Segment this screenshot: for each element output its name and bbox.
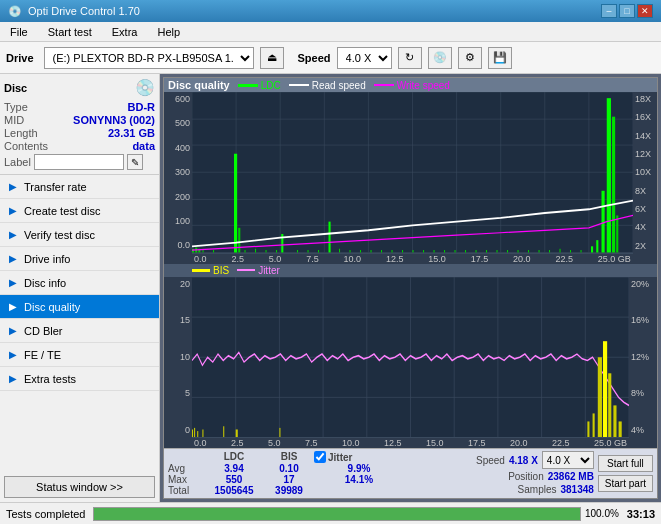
sidebar-item-verify-test-disc[interactable]: ▶ Verify test disc <box>0 223 159 247</box>
ldc-y-axis-left: 600 500 400 300 200 100 0.0 <box>164 92 192 253</box>
status-window-button[interactable]: Status window >> <box>4 476 155 498</box>
speed-select[interactable]: 4.0 X <box>542 451 594 469</box>
sidebar-item-disc-quality[interactable]: ▶ Disc quality <box>0 295 159 319</box>
bis-legend-header: BIS Jitter <box>164 264 657 277</box>
svg-rect-37 <box>360 250 361 252</box>
drive-info-icon: ▶ <box>6 252 20 266</box>
label-input[interactable] <box>34 154 124 170</box>
minimize-button[interactable]: – <box>601 4 617 18</box>
bis-y-axis-right: 20% 16% 12% 8% 4% <box>629 277 657 438</box>
drive-select[interactable]: (E:) PLEXTOR BD-R PX-LB950SA 1.06 <box>44 47 254 69</box>
write-speed-legend-label: Write speed <box>397 80 450 91</box>
svg-rect-90 <box>608 373 611 437</box>
total-bis: 39989 <box>264 485 314 496</box>
menu-file[interactable]: File <box>4 24 34 40</box>
disc-header: Disc 💿 <box>4 78 155 98</box>
sidebar-item-transfer-rate[interactable]: ▶ Transfer rate <box>0 175 159 199</box>
jitter-checkbox-row: Jitter <box>314 451 404 463</box>
svg-rect-23 <box>238 228 240 253</box>
ldc-chart-svg <box>192 92 633 253</box>
close-button[interactable]: ✕ <box>637 4 653 18</box>
max-bis: 17 <box>264 474 314 485</box>
bis-chart-section: 20 15 10 5 0 <box>164 277 657 438</box>
disc-button[interactable]: 💿 <box>428 47 452 69</box>
svg-rect-53 <box>528 250 529 252</box>
speed-row: Speed 4.18 X 4.0 X <box>476 451 594 469</box>
svg-rect-63 <box>596 240 598 252</box>
svg-rect-60 <box>612 117 615 253</box>
disc-section: Disc 💿 Type BD-R MID SONYNN3 (002) Lengt… <box>0 74 159 175</box>
settings-button[interactable]: ⚙ <box>458 47 482 69</box>
svg-rect-28 <box>245 250 246 252</box>
svg-rect-39 <box>381 250 382 252</box>
menu-start-test[interactable]: Start test <box>42 24 98 40</box>
bis-legend-item: BIS <box>192 265 229 276</box>
svg-rect-44 <box>434 250 435 252</box>
sidebar-item-label: Drive info <box>24 253 70 265</box>
ldc-chart-section: 600 500 400 300 200 100 0.0 <box>164 92 657 253</box>
samples-row: Samples 381348 <box>518 484 594 495</box>
sidebar-item-create-test-disc[interactable]: ▶ Create test disc <box>0 199 159 223</box>
total-label: Total <box>168 485 204 496</box>
speed-select[interactable]: 4.0 X 8.0 X <box>337 47 392 69</box>
status-time: 33:13 <box>627 508 655 520</box>
svg-rect-58 <box>581 250 582 252</box>
svg-rect-49 <box>486 250 487 252</box>
disc-contents-field: Contents data <box>4 140 155 152</box>
title-bar-controls: – □ ✕ <box>601 4 653 18</box>
bis-y-axis-left: 20 15 10 5 0 <box>164 277 192 438</box>
title-bar-title: 💿 Opti Drive Control 1.70 <box>8 5 140 18</box>
label-edit-button[interactable]: ✎ <box>127 154 143 170</box>
disc-mid-field: MID SONYNN3 (002) <box>4 114 155 126</box>
sidebar-item-disc-info[interactable]: ▶ Disc info <box>0 271 159 295</box>
jitter-checkbox[interactable] <box>314 451 326 463</box>
sidebar-item-label: Transfer rate <box>24 181 87 193</box>
sidebar-item-label: Extra tests <box>24 373 76 385</box>
menu-extra[interactable]: Extra <box>106 24 144 40</box>
dq-legend: LDC Read speed Write speed <box>238 80 450 91</box>
disc-info-icon: ▶ <box>6 276 20 290</box>
svg-rect-86 <box>236 429 238 437</box>
transfer-rate-icon: ▶ <box>6 180 20 194</box>
ldc-x-axis: 0.02.55.07.510.012.515.017.520.022.525.0… <box>192 253 633 264</box>
start-buttons: Start full Start part <box>598 451 653 496</box>
eject-button[interactable]: ⏏ <box>260 47 284 69</box>
stats-empty <box>168 451 204 463</box>
refresh-button[interactable]: ↻ <box>398 47 422 69</box>
sidebar-item-extra-tests[interactable]: ▶ Extra tests <box>0 367 159 391</box>
max-jitter: 14.1% <box>314 474 404 485</box>
svg-rect-55 <box>549 250 550 252</box>
stats-total-row: Total 1505645 39989 <box>168 485 472 496</box>
create-test-disc-icon: ▶ <box>6 204 20 218</box>
legend-write-speed: Write speed <box>374 80 450 91</box>
svg-rect-51 <box>507 250 508 252</box>
sidebar-item-label: Create test disc <box>24 205 100 217</box>
svg-rect-93 <box>587 421 589 437</box>
legend-read-speed: Read speed <box>289 80 366 91</box>
start-full-button[interactable]: Start full <box>598 455 653 472</box>
save-button[interactable]: 💾 <box>488 47 512 69</box>
svg-rect-30 <box>266 250 267 252</box>
svg-rect-64 <box>602 191 605 253</box>
svg-rect-87 <box>279 427 280 437</box>
cd-bler-icon: ▶ <box>6 324 20 338</box>
extra-tests-icon: ▶ <box>6 372 20 386</box>
bis-chart-svg <box>192 277 629 438</box>
svg-rect-59 <box>607 98 611 252</box>
drive-label: Drive <box>6 52 34 64</box>
sidebar-item-drive-info[interactable]: ▶ Drive info <box>0 247 159 271</box>
sidebar-item-cd-bler[interactable]: ▶ CD Bler <box>0 319 159 343</box>
progress-container: 100.0% <box>93 507 618 521</box>
maximize-button[interactable]: □ <box>619 4 635 18</box>
menu-help[interactable]: Help <box>151 24 186 40</box>
fe-te-icon: ▶ <box>6 348 20 362</box>
sidebar-item-label: Verify test disc <box>24 229 95 241</box>
svg-rect-54 <box>539 250 540 252</box>
total-ldc: 1505645 <box>204 485 264 496</box>
sidebar-item-fe-te[interactable]: ▶ FE / TE <box>0 343 159 367</box>
svg-rect-50 <box>497 250 498 252</box>
samples-value: 381348 <box>560 484 593 495</box>
start-part-button[interactable]: Start part <box>598 475 653 492</box>
sidebar-menu: ▶ Transfer rate ▶ Create test disc ▶ Ver… <box>0 175 159 391</box>
sidebar-item-label: Disc quality <box>24 301 80 313</box>
